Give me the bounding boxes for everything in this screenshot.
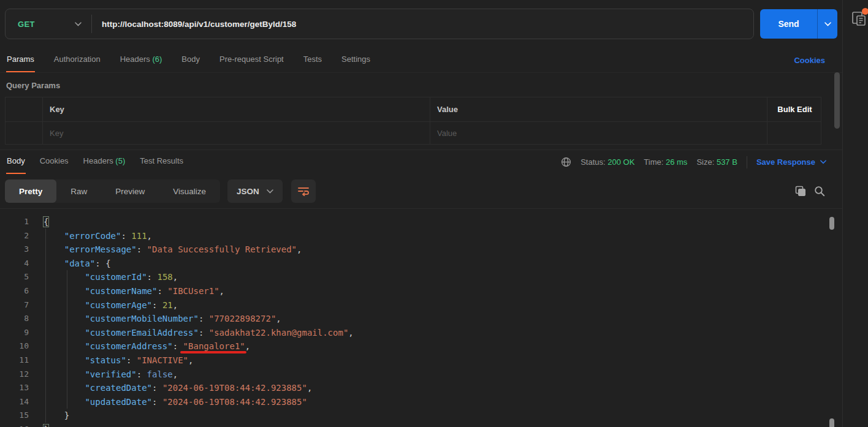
- code-line: 16}: [0, 423, 842, 427]
- row-checkbox-cell: [6, 122, 42, 144]
- notification-dot: [862, 8, 868, 15]
- tab-settings[interactable]: Settings: [341, 48, 371, 72]
- query-params-input-row: [6, 122, 821, 144]
- line-number: 11: [0, 353, 29, 368]
- view-tab-pretty[interactable]: Pretty: [5, 179, 56, 203]
- param-value-input[interactable]: [437, 129, 767, 138]
- params-scrollbar-thumb[interactable]: [834, 72, 840, 129]
- tab-headers[interactable]: Headers (6): [120, 48, 163, 72]
- line-number: 12: [0, 368, 29, 382]
- code-token: 111: [131, 231, 147, 241]
- response-body-viewer[interactable]: 1{2 "errorCode": 111,3 "errorMessage": "…: [0, 209, 842, 427]
- request-tabs: Params Authorization Headers (6) Body Pr…: [0, 48, 842, 73]
- param-key-input[interactable]: [50, 129, 430, 138]
- tab-body[interactable]: Body: [181, 48, 200, 72]
- code-token: "errorMessage": [64, 244, 137, 254]
- format-dropdown[interactable]: JSON: [227, 179, 283, 203]
- wrap-text-icon: [297, 186, 310, 196]
- code-token: :: [121, 231, 131, 241]
- code-token: ,: [188, 355, 193, 365]
- response-scrollbar-thumb[interactable]: [829, 418, 834, 427]
- code-token: false: [147, 369, 173, 379]
- view-tab-visualize[interactable]: Visualize: [159, 179, 220, 203]
- view-tab-raw[interactable]: Raw: [56, 179, 101, 203]
- query-params-header-row: Key Value Bulk Edit: [6, 97, 821, 122]
- code-line: 15 }: [0, 409, 842, 423]
- response-tab-body[interactable]: Body: [6, 150, 26, 174]
- code-token: ,: [219, 286, 224, 296]
- code-token: :: [126, 355, 137, 365]
- code-token: ,: [173, 369, 178, 379]
- code-line: 3 "errorMessage": "Data Successfully Ret…: [0, 243, 842, 257]
- tab-authorization[interactable]: Authorization: [53, 48, 101, 72]
- response-toolbar-icons: [795, 186, 825, 197]
- code-token: ,: [245, 341, 250, 351]
- status-badge: Status: 200 OK: [581, 157, 634, 167]
- response-meta: Status: 200 OK Time: 26 ms Size: 537 B S…: [561, 156, 826, 168]
- code-token: "2024-06-19T08:44:42.923885": [162, 383, 307, 393]
- documentation-button[interactable]: [851, 11, 867, 27]
- code-token: "updatedDate": [85, 397, 152, 407]
- code-token: [44, 355, 85, 365]
- code-token: :: [137, 244, 147, 254]
- code-token: :: [95, 259, 105, 268]
- code-token: [44, 328, 85, 338]
- meta-divider: [747, 156, 747, 168]
- code-lines: 1{2 "errorCode": 111,3 "errorMessage": "…: [0, 215, 842, 427]
- send-button-group: Send: [760, 9, 837, 39]
- code-token: "customerAddress": [85, 341, 172, 351]
- code-token: "createdDate": [85, 383, 152, 393]
- bulk-edit-button[interactable]: Bulk Edit: [767, 97, 822, 121]
- method-label: GET: [18, 20, 35, 29]
- code-token: "data": [64, 259, 96, 268]
- tab-tests[interactable]: Tests: [303, 48, 322, 72]
- code-line: 9 "customerEmailAddress": "sadakhat22.kh…: [0, 326, 842, 340]
- view-tab-preview[interactable]: Preview: [101, 179, 159, 203]
- chevron-down-icon: [75, 22, 82, 26]
- response-tab-cookies[interactable]: Cookies: [39, 150, 69, 174]
- send-button[interactable]: Send: [760, 9, 817, 39]
- code-token: 21: [162, 300, 173, 310]
- code-token: :: [152, 300, 162, 310]
- line-number: 14: [0, 395, 29, 409]
- globe-icon[interactable]: [561, 157, 571, 167]
- code-token: "2024-06-19T08:44:42.923885": [162, 397, 307, 407]
- code-token: [44, 272, 85, 282]
- code-line: 12 "verified": false,: [0, 368, 842, 382]
- code-token: [44, 369, 85, 379]
- response-tab-headers[interactable]: Headers (5): [83, 150, 126, 174]
- postman-main-panel: GET Send Params Authorization Headers (6…: [0, 0, 842, 427]
- line-number: 1: [0, 215, 29, 229]
- method-select[interactable]: GET: [6, 9, 91, 39]
- code-token: ,: [307, 383, 312, 393]
- wrap-text-button[interactable]: [291, 179, 316, 203]
- code-token: [44, 244, 64, 254]
- code-token: "verified": [85, 369, 136, 379]
- indent-guide: [45, 229, 46, 423]
- code-token: {: [105, 259, 110, 268]
- code-line: 6 "customerName": "IBCUser1",: [0, 284, 842, 298]
- tab-params[interactable]: Params: [6, 48, 35, 72]
- tab-pre-request-script[interactable]: Pre-request Script: [219, 48, 284, 72]
- chevron-down-icon: [820, 160, 826, 164]
- save-response-button[interactable]: Save Response: [756, 157, 826, 167]
- code-token: ,: [276, 314, 281, 323]
- value-column-header: Value: [430, 97, 767, 121]
- response-scrollbar-thumb[interactable]: [829, 217, 834, 230]
- copy-icon[interactable]: [795, 186, 806, 197]
- code-token: ,: [147, 231, 152, 241]
- code-token: :: [152, 397, 162, 407]
- code-token: [44, 286, 85, 296]
- response-header: Body Cookies Headers (5) Test Results St…: [0, 150, 842, 174]
- line-number: 8: [0, 312, 29, 326]
- code-token: [44, 383, 85, 393]
- code-token: :: [147, 272, 158, 282]
- response-tab-test-results[interactable]: Test Results: [139, 150, 184, 174]
- search-icon[interactable]: [814, 186, 825, 197]
- cookies-link[interactable]: Cookies: [794, 56, 825, 65]
- code-token: [44, 397, 85, 407]
- send-options-button[interactable]: [817, 9, 837, 39]
- code-token: "customerEmailAddress": [85, 328, 198, 338]
- code-token: }: [44, 425, 48, 427]
- url-input[interactable]: [92, 9, 753, 39]
